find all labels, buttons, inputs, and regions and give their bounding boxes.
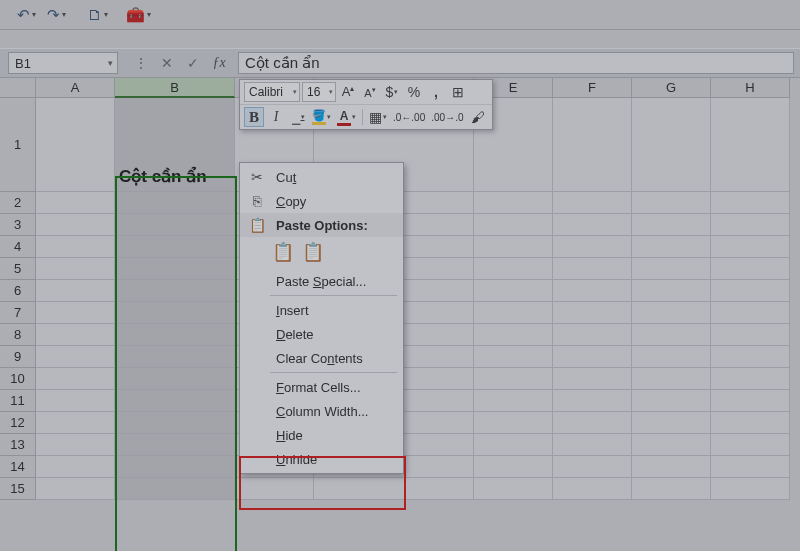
cell[interactable] bbox=[553, 368, 632, 390]
cell[interactable] bbox=[36, 324, 115, 346]
cell[interactable] bbox=[115, 192, 235, 214]
comma-format-button[interactable]: , bbox=[426, 82, 446, 102]
cell[interactable] bbox=[632, 412, 711, 434]
cell[interactable] bbox=[474, 456, 553, 478]
cell[interactable] bbox=[36, 302, 115, 324]
cell[interactable] bbox=[632, 478, 711, 500]
font-size-picker[interactable]: 16▾ bbox=[302, 82, 336, 102]
cell[interactable] bbox=[36, 346, 115, 368]
merge-center-button[interactable]: ⊞ bbox=[448, 82, 468, 102]
context-insert[interactable]: Insert bbox=[240, 298, 403, 322]
row-header[interactable]: 8 bbox=[0, 324, 36, 346]
borders-button[interactable]: ⎯▾ bbox=[288, 107, 308, 127]
cell[interactable] bbox=[115, 390, 235, 412]
cell[interactable] bbox=[711, 214, 790, 236]
row-header[interactable]: 7 bbox=[0, 302, 36, 324]
row-header[interactable]: 4 bbox=[0, 236, 36, 258]
cell[interactable] bbox=[632, 280, 711, 302]
increase-decimal-button[interactable]: .0←.00 bbox=[391, 107, 427, 127]
context-column-width[interactable]: Column Width... bbox=[240, 399, 403, 423]
context-unhide[interactable]: Unhide bbox=[240, 447, 403, 471]
cell[interactable] bbox=[553, 478, 632, 500]
cell-H1[interactable] bbox=[711, 98, 790, 192]
fill-color-button[interactable]: 🪣▾ bbox=[310, 107, 333, 127]
context-delete[interactable]: Delete bbox=[240, 322, 403, 346]
cell[interactable] bbox=[36, 258, 115, 280]
cell[interactable] bbox=[115, 412, 235, 434]
cell[interactable] bbox=[115, 324, 235, 346]
qat-custom-2[interactable]: 🧰▾ bbox=[124, 4, 152, 26]
cell[interactable] bbox=[36, 412, 115, 434]
cell[interactable] bbox=[474, 368, 553, 390]
cell[interactable] bbox=[235, 478, 314, 500]
cell[interactable] bbox=[474, 434, 553, 456]
col-header-A[interactable]: A bbox=[36, 78, 115, 98]
font-picker[interactable]: Calibri▾ bbox=[244, 82, 300, 102]
cell[interactable] bbox=[632, 346, 711, 368]
cell[interactable] bbox=[115, 236, 235, 258]
cell[interactable] bbox=[115, 214, 235, 236]
cell[interactable] bbox=[36, 434, 115, 456]
cancel-formula-button[interactable]: ✕ bbox=[154, 52, 180, 74]
redo-button[interactable]: ↷▾ bbox=[42, 4, 70, 26]
cell[interactable] bbox=[711, 390, 790, 412]
qat-custom-1[interactable]: 🗋▾ bbox=[83, 4, 111, 26]
cell[interactable] bbox=[632, 258, 711, 280]
cell[interactable] bbox=[632, 302, 711, 324]
row-header[interactable]: 15 bbox=[0, 478, 36, 500]
cell[interactable] bbox=[474, 346, 553, 368]
cell[interactable] bbox=[553, 412, 632, 434]
cell[interactable] bbox=[474, 302, 553, 324]
cell[interactable] bbox=[474, 192, 553, 214]
cell[interactable] bbox=[553, 346, 632, 368]
cell[interactable] bbox=[632, 236, 711, 258]
cell[interactable] bbox=[115, 456, 235, 478]
cell[interactable] bbox=[553, 214, 632, 236]
borders-grid-button[interactable]: ▦▾ bbox=[367, 107, 389, 127]
context-format-cells[interactable]: Format Cells... bbox=[240, 375, 403, 399]
cell[interactable] bbox=[36, 214, 115, 236]
row-header[interactable]: 12 bbox=[0, 412, 36, 434]
bold-button[interactable]: B bbox=[244, 107, 264, 127]
cell[interactable] bbox=[36, 390, 115, 412]
col-header-B[interactable]: B bbox=[115, 78, 235, 98]
cell-G1[interactable] bbox=[632, 98, 711, 192]
context-cut[interactable]: ✂ Cut bbox=[240, 165, 403, 189]
cell[interactable] bbox=[474, 258, 553, 280]
cell[interactable] bbox=[632, 214, 711, 236]
paste-option-1[interactable]: 📋 bbox=[272, 241, 294, 263]
percent-format-button[interactable]: % bbox=[404, 82, 424, 102]
cell[interactable] bbox=[711, 456, 790, 478]
row-header[interactable]: 6 bbox=[0, 280, 36, 302]
cell[interactable] bbox=[115, 302, 235, 324]
decrease-font-button[interactable]: A▾ bbox=[360, 82, 380, 102]
cell[interactable] bbox=[553, 258, 632, 280]
cell[interactable] bbox=[711, 412, 790, 434]
chevron-down-icon[interactable]: ▾ bbox=[108, 58, 113, 68]
chevron-down-icon[interactable]: ▾ bbox=[62, 10, 66, 19]
cell-B1[interactable]: Cột cần ẩn bbox=[115, 98, 235, 192]
row-header[interactable]: 9 bbox=[0, 346, 36, 368]
cell[interactable] bbox=[115, 368, 235, 390]
cell[interactable] bbox=[36, 280, 115, 302]
cell[interactable] bbox=[711, 280, 790, 302]
row-header[interactable]: 11 bbox=[0, 390, 36, 412]
name-box[interactable]: B1 ▾ bbox=[8, 52, 118, 74]
cell[interactable] bbox=[115, 258, 235, 280]
context-copy[interactable]: ⎘ Copy bbox=[240, 189, 403, 213]
cell[interactable] bbox=[553, 390, 632, 412]
cell[interactable] bbox=[553, 192, 632, 214]
cell[interactable] bbox=[553, 324, 632, 346]
format-painter-button[interactable]: 🖌 bbox=[468, 107, 488, 127]
row-header-1[interactable]: 1 bbox=[0, 98, 36, 192]
cell-F1[interactable] bbox=[553, 98, 632, 192]
insert-function-button[interactable]: ƒx bbox=[206, 52, 232, 74]
cell[interactable] bbox=[553, 434, 632, 456]
row-header[interactable]: 2 bbox=[0, 192, 36, 214]
cell[interactable] bbox=[553, 236, 632, 258]
row-header[interactable]: 14 bbox=[0, 456, 36, 478]
cell[interactable] bbox=[36, 236, 115, 258]
cell-A1[interactable] bbox=[36, 98, 115, 192]
context-clear-contents[interactable]: Clear Contents bbox=[240, 346, 403, 370]
cell[interactable] bbox=[474, 280, 553, 302]
